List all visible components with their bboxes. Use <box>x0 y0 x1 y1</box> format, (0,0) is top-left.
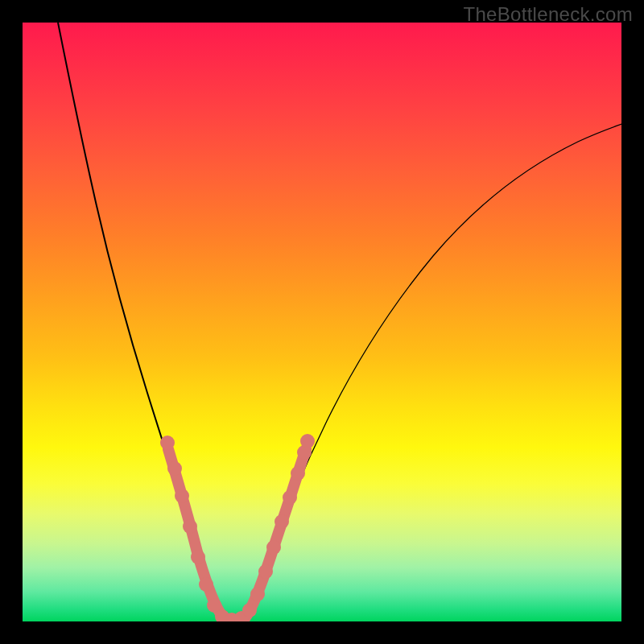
dot <box>258 564 273 579</box>
dot <box>175 489 189 503</box>
highlight-dots-group <box>160 434 315 621</box>
dot <box>275 514 289 529</box>
dot <box>191 550 205 564</box>
dot <box>266 540 281 555</box>
dot <box>283 490 297 505</box>
dot <box>291 466 305 481</box>
dot <box>250 587 265 601</box>
dot <box>183 519 197 534</box>
curve-right-branch <box>242 124 621 620</box>
dot <box>160 436 175 450</box>
chart-frame: TheBottleneck.com <box>0 0 644 644</box>
curve-left-branch <box>58 23 226 620</box>
plot-area <box>23 23 621 621</box>
dot <box>242 603 257 617</box>
curve-svg <box>23 23 621 621</box>
dot <box>300 434 315 448</box>
dot <box>167 461 182 476</box>
dot <box>199 577 213 592</box>
